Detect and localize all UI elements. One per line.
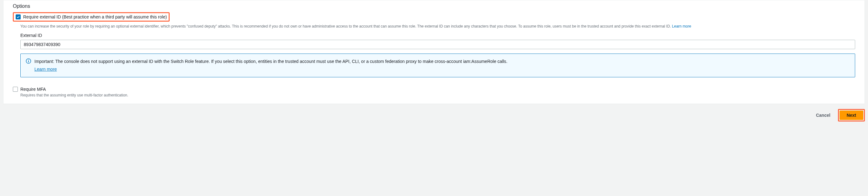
external-id-input[interactable] [20, 40, 855, 49]
info-icon [26, 58, 31, 64]
info-alert: Important: The console does not support … [20, 54, 855, 77]
require-external-id-description: You can increase the security of your ro… [20, 24, 855, 29]
options-panel: Options Require external ID (Best practi… [3, 0, 865, 104]
footer-actions: Cancel Next [0, 104, 868, 124]
require-external-id-highlight: Require external ID (Best practice when … [13, 12, 169, 22]
next-button[interactable]: Next [839, 111, 863, 120]
require-mfa-label: Require MFA [20, 87, 46, 92]
svg-rect-2 [28, 61, 29, 63]
info-learn-more-link[interactable]: Learn more [34, 66, 507, 73]
external-id-label: External ID [20, 33, 855, 38]
require-mfa-checkbox[interactable] [13, 87, 18, 92]
options-heading: Options [13, 3, 855, 9]
cancel-button[interactable]: Cancel [813, 111, 834, 120]
require-mfa-description: Requires that the assuming entity use mu… [20, 93, 855, 97]
svg-point-1 [28, 59, 29, 60]
info-alert-content: Important: The console does not support … [34, 58, 507, 73]
check-icon [16, 15, 20, 19]
require-mfa-row: Require MFA [13, 87, 855, 92]
next-button-highlight: Next [838, 109, 865, 121]
require-external-id-row: Require external ID (Best practice when … [16, 15, 167, 20]
require-external-id-label: Require external ID (Best practice when … [23, 15, 167, 20]
learn-more-link[interactable]: Learn more [672, 24, 691, 28]
require-mfa-block: Require MFA Requires that the assuming e… [13, 87, 855, 97]
external-id-field-block: External ID Important: The console does … [20, 33, 855, 77]
require-external-id-checkbox[interactable] [16, 15, 21, 20]
